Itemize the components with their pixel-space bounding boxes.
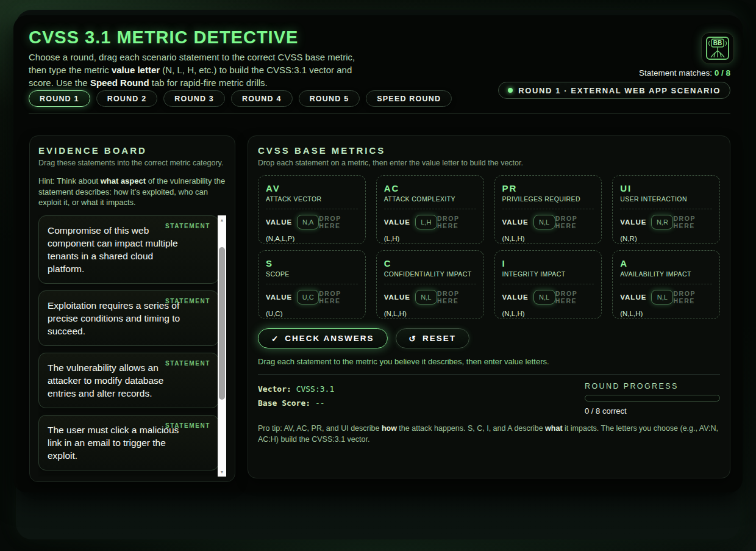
metric-value-input-pr[interactable] — [533, 215, 555, 229]
status-dot-icon — [508, 88, 513, 93]
drop-zone-label: DROP HERE — [673, 215, 712, 229]
drop-zone-label: DROP HERE — [437, 290, 476, 304]
metrics-divider — [258, 374, 720, 375]
evidence-board-panel: EVIDENCE BOARD Drag these statements int… — [29, 135, 235, 482]
metric-card-ac[interactable]: AC ATTACK COMPLEXITY VALUE DROP HERE (L,… — [376, 175, 484, 244]
tab-round-1[interactable]: ROUND 1 — [29, 90, 90, 107]
metric-grid: AV ATTACK VECTOR VALUE DROP HERE (N,A,L,… — [258, 175, 720, 319]
metric-divider — [266, 209, 358, 209]
metric-options: (N,L,H) — [384, 310, 476, 317]
metric-value-input-ac[interactable] — [415, 215, 437, 229]
metric-value-input-ui[interactable] — [651, 215, 673, 229]
cvss-metrics-panel: CVSS BASE METRICS Drop each statement on… — [248, 135, 730, 478]
evidence-board-subtitle: Drag these statements into the correct m… — [38, 159, 226, 167]
metric-card-s[interactable]: S SCOPE VALUE DROP HERE (U,C) — [258, 250, 366, 319]
page-title: CVSS 3.1 METRIC DETECTIVE — [29, 27, 298, 48]
scrollbar-up-arrow-icon[interactable]: ▲ — [218, 215, 226, 225]
drop-zone-label: DROP HERE — [319, 290, 358, 304]
tab-round-2[interactable]: ROUND 2 — [96, 90, 158, 107]
metric-value-input-i[interactable] — [533, 290, 555, 304]
bb-tree-logo-icon: BB — [705, 36, 730, 60]
metrics-panel-title: CVSS BASE METRICS — [258, 145, 720, 156]
statement-tag: STATEMENT — [165, 360, 210, 367]
statement-scrollbar[interactable]: ▲ ▼ — [218, 215, 226, 477]
page-description: Choose a round, drag each scenario state… — [29, 51, 363, 89]
tab-speed-round[interactable]: SPEED ROUND — [366, 90, 452, 107]
drop-zone-label: DROP HERE — [555, 215, 594, 229]
metric-divider — [266, 284, 358, 284]
round-progress-title: ROUND PROGRESS — [585, 382, 720, 391]
statement-card[interactable]: Exploitation requires a series of precis… — [38, 290, 219, 346]
metric-value-input-a[interactable] — [651, 290, 673, 304]
evidence-hint: Hint: Think about what aspect of the vul… — [38, 176, 226, 208]
statement-card[interactable]: The user must click a malicious link in … — [38, 415, 219, 470]
round-progress: ROUND PROGRESS 0 / 8 correct — [585, 382, 720, 416]
metric-divider — [384, 284, 476, 284]
metric-options: (N,L,H) — [502, 310, 594, 317]
statement-tag: STATEMENT — [165, 422, 210, 429]
round-progress-bar — [585, 395, 720, 402]
metrics-panel-subtitle: Drop each statement on a metric, then en… — [258, 159, 720, 167]
metric-divider — [620, 209, 712, 209]
pro-tip: Pro tip: AV, AC, PR, and UI describe how… — [258, 423, 720, 445]
statement-card[interactable]: The vulnerability allows an attacker to … — [38, 353, 219, 408]
metric-value-input-s[interactable] — [297, 290, 319, 304]
base-score-value: -- — [315, 398, 325, 408]
drag-instruction: Drag each statement to the metric you be… — [258, 357, 720, 366]
metric-options: (N,A,L,P) — [266, 235, 358, 242]
app-logo: BB — [701, 32, 734, 64]
round-progress-text: 0 / 8 correct — [585, 406, 720, 416]
metric-divider — [502, 209, 594, 209]
round-status-badge: ROUND 1 · EXTERNAL WEB APP SCENARIO — [498, 82, 730, 99]
check-icon: ✓ — [271, 334, 279, 344]
statement-card[interactable]: Compromise of this web component can imp… — [38, 215, 219, 284]
metric-options: (L,H) — [384, 235, 476, 242]
metric-card-c[interactable]: C CONFIDENTIALITY IMPACT VALUE DROP HERE… — [376, 250, 484, 319]
metric-value-input-c[interactable] — [415, 290, 437, 304]
metric-card-ui[interactable]: UI USER INTERACTION VALUE DROP HERE (N,R… — [612, 175, 720, 244]
metric-options: (N,L,H) — [502, 235, 594, 242]
main-card: CVSS 3.1 METRIC DETECTIVE Choose a round… — [13, 15, 743, 492]
statement-matches: Statement matches: 0 / 8 — [639, 68, 730, 77]
vector-value: CVSS:3.1 — [296, 384, 335, 394]
metric-options: (N,R) — [620, 235, 712, 242]
drop-zone-label: DROP HERE — [319, 215, 358, 229]
metric-divider — [384, 209, 476, 209]
svg-text:BB: BB — [713, 40, 722, 46]
round-tabs: ROUND 1 ROUND 2 ROUND 3 ROUND 4 ROUND 5 … — [29, 90, 452, 107]
metric-options: (N,L,H) — [620, 310, 712, 317]
header-divider — [29, 113, 730, 113]
scrollbar-thumb[interactable] — [219, 247, 225, 400]
statement-list: Compromise of this web component can imp… — [38, 215, 226, 477]
statement-tag: STATEMENT — [165, 223, 210, 229]
drop-zone-label: DROP HERE — [437, 215, 476, 229]
metric-card-av[interactable]: AV ATTACK VECTOR VALUE DROP HERE (N,A,L,… — [258, 175, 366, 244]
evidence-board-title: EVIDENCE BOARD — [38, 145, 226, 156]
reset-icon: ↺ — [409, 334, 417, 344]
scrollbar-down-arrow-icon[interactable]: ▼ — [218, 467, 226, 477]
vector-readout: Vector: CVSS:3.1 Base Score: -- — [258, 382, 334, 416]
metric-options: (U,C) — [266, 310, 358, 317]
drop-zone-label: DROP HERE — [673, 290, 712, 304]
metric-card-a[interactable]: A AVAILABILITY IMPACT VALUE DROP HERE (N… — [612, 250, 720, 319]
metric-card-pr[interactable]: PR PRIVILEGES REQUIRED VALUE DROP HERE (… — [494, 175, 602, 244]
metric-value-input-av[interactable] — [297, 215, 319, 229]
drop-zone-label: DROP HERE — [555, 290, 594, 304]
statement-tag: STATEMENT — [165, 298, 210, 304]
metric-card-i[interactable]: I INTEGRITY IMPACT VALUE DROP HERE (N,L,… — [494, 250, 602, 319]
check-answers-button[interactable]: ✓ CHECK ANSWERS — [258, 328, 388, 348]
tab-round-5[interactable]: ROUND 5 — [299, 90, 360, 107]
statement-matches-count: 0 / 8 — [715, 68, 730, 77]
metric-divider — [502, 284, 594, 284]
reset-button[interactable]: ↺ RESET — [396, 328, 469, 348]
tab-round-4[interactable]: ROUND 4 — [231, 90, 293, 107]
tab-round-3[interactable]: ROUND 3 — [163, 90, 225, 107]
metric-divider — [620, 284, 712, 284]
